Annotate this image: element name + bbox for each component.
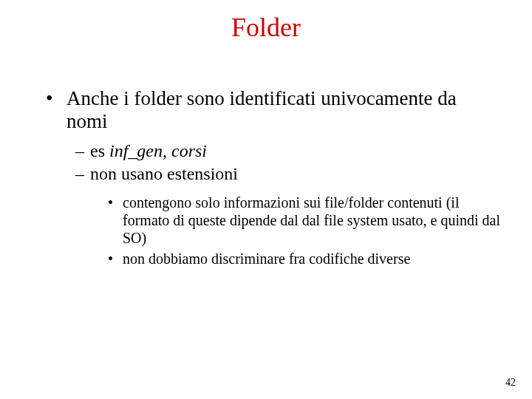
bullet-level-3-group: • contengono solo informazioni sui file/… [108, 194, 502, 267]
slide: Folder • Anche i folder sono identificat… [0, 0, 532, 399]
slide-title: Folder [0, 12, 532, 43]
bullet-dot-icon: • [46, 87, 66, 133]
bullet-level-3: • contengono solo informazioni sui file/… [108, 194, 502, 247]
bullet-text: non dobbiamo discriminare fra codifiche … [123, 250, 502, 267]
bullet-dot-icon: • [108, 250, 123, 267]
bullet-level-1: • Anche i folder sono identificati univo… [46, 87, 502, 133]
bullet-level-2-group: – es inf_gen, corsi – non usano estensio… [75, 140, 502, 267]
text-prefix: es [90, 141, 109, 160]
bullet-dot-icon: • [108, 194, 123, 247]
bullet-level-2: – es inf_gen, corsi [75, 140, 502, 162]
bullet-text: Anche i folder sono identificati univoca… [66, 87, 502, 133]
italic-text: inf_gen, corsi [109, 141, 207, 160]
dash-icon: – [75, 163, 90, 185]
bullet-level-3: • non dobbiamo discriminare fra codifich… [108, 250, 502, 267]
dash-icon: – [75, 140, 90, 162]
page-number: 42 [505, 377, 516, 389]
bullet-text: non usano estensioni [90, 163, 502, 185]
bullet-text: contengono solo informazioni sui file/fo… [123, 194, 502, 247]
bullet-text: es inf_gen, corsi [90, 140, 502, 162]
bullet-level-2: – non usano estensioni [75, 163, 502, 185]
slide-content: • Anche i folder sono identificati univo… [46, 87, 502, 270]
